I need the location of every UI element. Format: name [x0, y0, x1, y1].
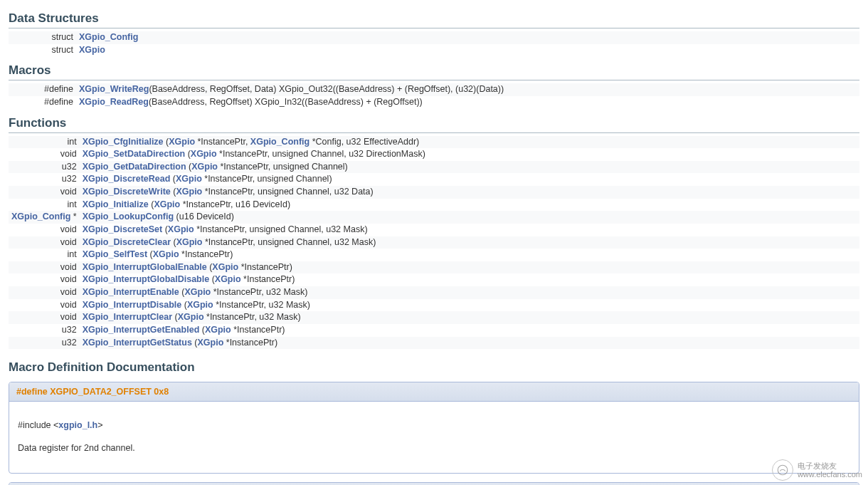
- type-link[interactable]: XGpio: [191, 149, 217, 159]
- type-link[interactable]: XGpio: [169, 137, 195, 147]
- macro-def-cell: XGpio_WriteReg(BaseAddress, RegOffset, D…: [76, 83, 859, 96]
- sig-text: *InstancePtr, u16 DeviceId): [180, 199, 290, 209]
- sig-text: *InstancePtr): [241, 274, 295, 284]
- include-file-link[interactable]: xgpio_l.h: [58, 420, 97, 430]
- function-link[interactable]: XGpio_Initialize: [83, 199, 149, 209]
- table-row: voidXGpio_InterruptGlobalEnable (XGpio *…: [9, 261, 859, 274]
- type-link[interactable]: XGpio: [205, 325, 231, 335]
- function-link[interactable]: XGpio_DiscreteRead: [83, 174, 171, 184]
- function-signature: XGpio_SetDataDirection (XGpio *InstanceP…: [80, 148, 859, 161]
- type-link[interactable]: XGpio: [154, 199, 180, 209]
- return-type: void: [9, 236, 80, 249]
- type-link[interactable]: XGpio: [153, 249, 179, 259]
- type-link[interactable]: XGpio: [212, 262, 238, 272]
- type-link[interactable]: XGpio: [187, 300, 213, 310]
- return-type: u32: [9, 324, 80, 337]
- function-link[interactable]: XGpio_InterruptGlobalDisable: [83, 274, 210, 284]
- function-signature: XGpio_DiscreteClear (XGpio *InstancePtr,…: [80, 236, 859, 249]
- function-link[interactable]: XGpio_SetDataDirection: [83, 149, 185, 159]
- type-link[interactable]: XGpio: [184, 287, 211, 297]
- section-macros: Macros: [9, 63, 859, 80]
- macro-link[interactable]: XGpio_WriteReg: [79, 84, 149, 94]
- type-link[interactable]: XGpio: [178, 312, 204, 322]
- macro-doc-item: #define XGPIO_DATA_OFFSET 0x0#include <x…: [9, 482, 859, 485]
- function-link[interactable]: XGpio_DiscreteSet: [83, 224, 163, 234]
- type-link[interactable]: XGpio: [191, 162, 218, 172]
- section-functions: Functions: [9, 116, 859, 133]
- struct-name-cell: XGpio_Config: [76, 31, 859, 44]
- watermark-logo-icon: [772, 459, 793, 481]
- return-type-link[interactable]: XGpio_Config: [11, 212, 70, 221]
- sig-text: *InstancePtr, u32 Mask): [211, 287, 307, 297]
- function-link[interactable]: XGpio_DiscreteWrite: [83, 187, 171, 197]
- section-data-structures: Data Structures: [9, 11, 859, 28]
- type-link[interactable]: XGpio: [176, 174, 202, 184]
- macro-doc-proto: #define XGPIO_DATA2_OFFSET 0x8: [9, 382, 859, 402]
- sig-text: *InstancePtr, u32 Mask): [204, 312, 301, 322]
- table-row: struct XGpio_Config: [9, 31, 859, 44]
- table-row: intXGpio_CfgInitialize (XGpio *InstanceP…: [9, 136, 859, 149]
- table-row: voidXGpio_InterruptEnable (XGpio *Instan…: [9, 286, 859, 299]
- macro-def-cell: XGpio_ReadReg(BaseAddress, RegOffset) XG…: [76, 96, 859, 109]
- type-link[interactable]: XGpio_Config: [250, 137, 309, 147]
- function-signature: XGpio_DiscreteRead (XGpio *InstancePtr, …: [80, 173, 859, 186]
- function-link[interactable]: XGpio_GetDataDirection: [83, 162, 186, 172]
- function-link[interactable]: XGpio_InterruptGetEnabled: [83, 325, 200, 335]
- function-link[interactable]: XGpio_InterruptGetStatus: [83, 338, 192, 348]
- sig-text: *InstancePtr, unsigned Channel): [202, 174, 332, 184]
- sig-text: *InstancePtr): [223, 338, 277, 348]
- function-link[interactable]: XGpio_LookupConfig: [83, 212, 174, 221]
- table-row: voidXGpio_InterruptClear (XGpio *Instanc…: [9, 311, 859, 324]
- table-row: struct XGpio: [9, 44, 859, 57]
- sig-text: (: [147, 249, 153, 259]
- function-signature: XGpio_InterruptGlobalDisable (XGpio *Ins…: [80, 273, 859, 286]
- return-type: void: [9, 224, 80, 236]
- type-link[interactable]: XGpio: [176, 187, 202, 197]
- type-link[interactable]: XGpio: [198, 338, 224, 348]
- type-link[interactable]: XGpio: [215, 274, 241, 284]
- sig-text: *InstancePtr, u32 Mask): [213, 300, 310, 310]
- table-row: XGpio_Config *XGpio_LookupConfig (u16 De…: [9, 211, 859, 224]
- sig-text: *InstancePtr,: [195, 137, 250, 147]
- return-type: XGpio_Config *: [9, 211, 80, 224]
- sig-text: (: [181, 300, 187, 310]
- function-signature: XGpio_InterruptGetEnabled (XGpio *Instan…: [80, 324, 859, 337]
- return-type: void: [9, 186, 80, 199]
- macros-table: #defineXGpio_WriteReg(BaseAddress, RegOf…: [9, 83, 859, 108]
- function-link[interactable]: XGpio_InterruptGlobalEnable: [83, 262, 207, 272]
- type-link[interactable]: XGpio: [168, 224, 194, 234]
- watermark-url: www.elecfans.com: [798, 470, 862, 479]
- sig-text: *InstancePtr, unsigned Channel): [218, 162, 348, 172]
- struct-name-cell: XGpio: [76, 44, 859, 57]
- function-signature: XGpio_InterruptEnable (XGpio *InstancePt…: [80, 286, 859, 299]
- return-type: u32: [9, 337, 80, 350]
- sig-text: (: [185, 149, 191, 159]
- return-type: int: [9, 199, 80, 212]
- function-link[interactable]: XGpio_SelfTest: [83, 249, 147, 259]
- type-link[interactable]: XGpio: [176, 237, 203, 247]
- function-signature: XGpio_Initialize (XGpio *InstancePtr, u1…: [80, 199, 859, 212]
- macro-params: (BaseAddress, RegOffset, Data): [149, 84, 276, 94]
- table-row: intXGpio_Initialize (XGpio *InstancePtr,…: [9, 199, 859, 212]
- table-row: voidXGpio_DiscreteSet (XGpio *InstancePt…: [9, 224, 859, 236]
- sig-text: (: [199, 325, 205, 335]
- sig-text: *InstancePtr): [231, 325, 285, 335]
- struct-link[interactable]: XGpio_Config: [79, 32, 138, 42]
- function-link[interactable]: XGpio_InterruptClear: [83, 312, 172, 322]
- macro-link[interactable]: XGpio_ReadReg: [79, 97, 149, 107]
- watermark-brand: 电子发烧友: [798, 461, 862, 470]
- struct-link[interactable]: XGpio: [79, 45, 105, 55]
- table-row: #defineXGpio_WriteReg(BaseAddress, RegOf…: [9, 83, 859, 96]
- sig-text: *InstancePtr, unsigned Channel, u32 Mask…: [194, 224, 368, 234]
- function-signature: XGpio_GetDataDirection (XGpio *InstanceP…: [80, 161, 859, 174]
- function-signature: XGpio_InterruptClear (XGpio *InstancePtr…: [80, 311, 859, 324]
- function-signature: XGpio_DiscreteWrite (XGpio *InstancePtr,…: [80, 186, 859, 199]
- return-type: void: [9, 299, 80, 312]
- section-macro-doc: Macro Definition Documentation: [9, 360, 859, 375]
- sig-text: (: [209, 274, 215, 284]
- sig-text: *InstancePtr): [179, 249, 233, 259]
- function-link[interactable]: XGpio_CfgInitialize: [83, 137, 164, 147]
- function-link[interactable]: XGpio_DiscreteClear: [83, 237, 171, 247]
- function-link[interactable]: XGpio_InterruptDisable: [83, 300, 182, 310]
- function-link[interactable]: XGpio_InterruptEnable: [83, 287, 179, 297]
